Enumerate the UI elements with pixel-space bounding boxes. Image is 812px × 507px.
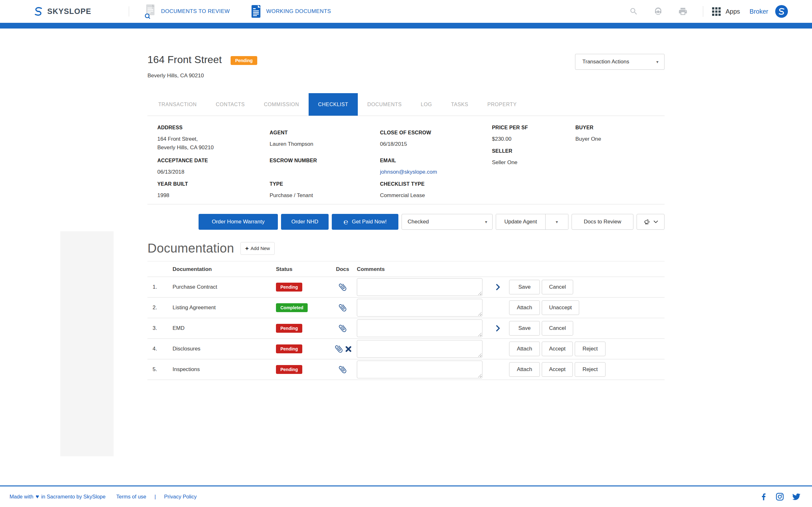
add-new-label: Add New xyxy=(251,245,270,251)
skyslope-logo[interactable]: SKYSLOPE xyxy=(33,6,91,17)
tab-bar: TRANSACTION CONTACTS COMMISSION CHECKLIS… xyxy=(148,93,664,116)
cancel-button[interactable]: Cancel xyxy=(542,280,573,294)
comment-input[interactable] xyxy=(357,360,483,378)
support-headset-icon[interactable] xyxy=(653,7,663,16)
unaccept-button[interactable]: Unaccept xyxy=(542,300,579,315)
remove-doc-x-icon[interactable] xyxy=(345,346,351,352)
add-new-button[interactable]: + Add New xyxy=(241,242,275,255)
reject-button[interactable]: Reject xyxy=(575,362,606,377)
nav-working-documents-label: WORKING DOCUMENTS xyxy=(266,8,331,14)
tab-transaction[interactable]: TRANSACTION xyxy=(149,93,206,116)
broker-menu[interactable]: Broker xyxy=(750,8,768,15)
checked-dropdown-value: Checked xyxy=(408,219,429,225)
transaction-status-badge: Pending xyxy=(231,56,257,65)
comment-box xyxy=(357,278,483,296)
header-divider-2 xyxy=(703,6,703,17)
print-icon[interactable] xyxy=(678,7,688,16)
search-icon[interactable] xyxy=(629,7,638,16)
checklist-type-value: Commercial Lease xyxy=(380,191,492,200)
accept-button[interactable]: Accept xyxy=(542,362,573,377)
attach-button[interactable]: Attach xyxy=(509,362,540,377)
tab-property[interactable]: PROPERTY xyxy=(478,93,526,116)
status-badge: Pending xyxy=(276,324,302,333)
heart-icon: ♥ xyxy=(36,493,39,500)
row-number: 5. xyxy=(148,366,168,373)
caret-down-icon: ▾ xyxy=(485,219,487,224)
instagram-icon[interactable] xyxy=(775,493,784,501)
page-footer: Made with ♥ in Sacramento by SkySlope Te… xyxy=(0,486,812,507)
status-badge: Completed xyxy=(276,303,308,312)
order-home-warranty-button[interactable]: Order Home Warranty xyxy=(199,214,278,230)
expand-row-chevron[interactable] xyxy=(487,325,509,331)
paperclip-attach-icon[interactable] xyxy=(336,363,349,376)
save-button[interactable]: Save xyxy=(509,280,540,294)
announcement-dropdown-button[interactable] xyxy=(637,214,664,230)
terms-of-use-link[interactable]: Terms of use xyxy=(116,494,146,500)
tab-log[interactable]: LOG xyxy=(411,93,442,116)
comment-input[interactable] xyxy=(357,299,483,317)
expand-row-chevron[interactable] xyxy=(487,284,509,290)
get-paid-now-button[interactable]: ℮ Get Paid Now! xyxy=(332,214,398,230)
paperclip-attach-icon[interactable] xyxy=(336,322,349,335)
status-badge: Pending xyxy=(276,365,302,374)
cancel-button[interactable]: Cancel xyxy=(542,321,573,336)
checklist-toolbar: Order Home Warranty Order NHD ℮ Get Paid… xyxy=(148,214,664,230)
comment-input[interactable] xyxy=(357,320,483,337)
megaphone-icon xyxy=(644,218,651,225)
email-link[interactable]: johnson@skyslope.com xyxy=(380,169,437,175)
document-name: EMD xyxy=(168,325,276,331)
docs-to-review-button[interactable]: Docs to Review xyxy=(571,214,633,230)
tab-commission[interactable]: COMMISSION xyxy=(254,93,309,116)
save-button[interactable]: Save xyxy=(509,321,540,336)
apps-label[interactable]: Apps xyxy=(726,8,740,15)
skyslope-swirl-icon xyxy=(33,6,44,17)
close-of-escrow-value: 06/18/2015 xyxy=(380,140,492,148)
column-comments: Comments xyxy=(357,266,487,273)
tab-documents[interactable]: DOCUMENTS xyxy=(358,93,411,116)
user-avatar[interactable] xyxy=(775,5,788,18)
comment-input[interactable] xyxy=(357,278,483,296)
type-value: Purchase / Tenant xyxy=(270,191,380,200)
twitter-icon[interactable] xyxy=(792,493,801,501)
paperclip-attach-icon[interactable] xyxy=(332,342,345,355)
update-agent-split-button: Update Agent ▾ xyxy=(496,214,568,230)
column-status: Status xyxy=(276,266,328,273)
row-number: 4. xyxy=(148,346,168,352)
attach-button[interactable]: Attach xyxy=(509,342,540,356)
page-title: 164 Front Street xyxy=(148,54,222,66)
get-paid-label: Get Paid Now! xyxy=(352,219,387,225)
chevron-right-icon xyxy=(496,284,500,290)
update-agent-button[interactable]: Update Agent xyxy=(496,214,545,229)
caret-down-icon: ▾ xyxy=(556,219,558,224)
update-agent-caret[interactable]: ▾ xyxy=(545,214,568,229)
transaction-actions-dropdown[interactable]: Transaction Actions ▾ xyxy=(575,54,664,70)
paperclip-attach-icon[interactable] xyxy=(336,280,349,294)
field-buyer: BUYER Buyer One xyxy=(575,125,664,153)
comment-input[interactable] xyxy=(357,340,483,358)
checked-status-dropdown[interactable]: Checked ▾ xyxy=(402,214,493,230)
header-divider xyxy=(129,6,129,16)
paperclip-attach-icon[interactable] xyxy=(336,301,349,314)
accept-button[interactable]: Accept xyxy=(542,342,573,356)
privacy-policy-link[interactable]: Privacy Policy xyxy=(164,494,197,500)
order-nhd-button[interactable]: Order NHD xyxy=(281,214,328,230)
field-acceptance-date: ACCEPTANCE DATE 06/13/2018 xyxy=(157,158,270,176)
buyer-value: Buyer One xyxy=(575,135,664,143)
tab-contacts[interactable]: CONTACTS xyxy=(206,93,254,116)
chevron-right-icon xyxy=(496,325,500,331)
facebook-icon[interactable] xyxy=(760,493,768,501)
documentation-header: Documentation + Add New xyxy=(148,241,664,256)
nav-documents-to-review[interactable]: DOCUMENTS TO REVIEW xyxy=(144,4,230,19)
column-docs: Docs xyxy=(328,266,357,273)
tab-tasks[interactable]: TASKS xyxy=(442,93,478,116)
acceptance-date-value: 06/13/2018 xyxy=(157,168,270,176)
table-row: 5. Inspections Pending Attach Accept Rej… xyxy=(148,359,664,380)
tab-checklist[interactable]: CHECKLIST xyxy=(309,93,358,116)
nav-working-documents[interactable]: WORKING DOCUMENTS xyxy=(251,4,331,18)
attach-button[interactable]: Attach xyxy=(509,300,540,315)
brand-name: SKYSLOPE xyxy=(47,7,91,16)
reject-button[interactable]: Reject xyxy=(575,342,606,356)
get-paid-icon: ℮ xyxy=(344,218,348,226)
address-line-1: 164 Front Street, xyxy=(157,135,270,143)
apps-grid-icon[interactable] xyxy=(712,7,721,16)
